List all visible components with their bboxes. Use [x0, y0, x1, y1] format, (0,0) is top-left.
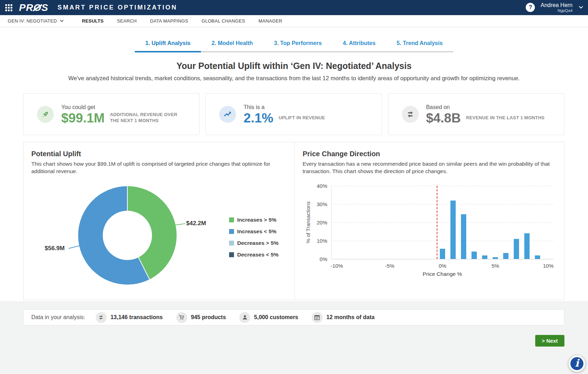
- price-change-bar-chart: -10%-5%0%5%10%0%10%20%30%40%: [331, 186, 554, 259]
- gridline: [331, 204, 554, 204]
- tab-attributes[interactable]: 4. Attributes: [332, 38, 386, 51]
- swap-arrows-icon: [96, 312, 107, 323]
- nav-item-manager[interactable]: MANAGER: [258, 18, 282, 24]
- donut-legend: Increases > 5% Increases < 5% Decreases …: [229, 217, 279, 258]
- nav-item-search[interactable]: SEARCH: [117, 18, 137, 24]
- y-tick-label: 30%: [317, 201, 327, 207]
- y-tick-label: 10%: [317, 238, 327, 244]
- uplift-donut-chart: [78, 186, 177, 285]
- donut-seam: [127, 186, 128, 235]
- app-header: PROS SMART PRICE OPTIMIZATION ? Andrea H…: [0, 0, 588, 15]
- gridline: [331, 241, 554, 241]
- tab-model-health[interactable]: 2. Model Health: [201, 38, 263, 51]
- legend-item: Decreases < 5%: [229, 252, 279, 258]
- legend-swatch: [229, 241, 234, 246]
- secondary-nav: GEN IV: NEGOTIATED RESULTS SEARCH DATA M…: [0, 15, 588, 27]
- user-id: NgpQa4: [540, 8, 573, 13]
- stat-products: 945 products: [176, 312, 226, 323]
- grid-icon: [5, 4, 13, 12]
- x-tick-label: 10%: [543, 263, 554, 269]
- donut-slice-value: $42.2M: [186, 220, 206, 227]
- card-additional-revenue: You could get $99.1M ADDITIONAL REVENUE …: [23, 93, 200, 135]
- card-caption: UPLIFT IN REVENUE: [279, 115, 325, 121]
- bar: [440, 249, 445, 259]
- tab-top-performers[interactable]: 3. Top Performers: [264, 38, 333, 51]
- gridline: [331, 222, 554, 223]
- info-button[interactable]: i: [569, 355, 585, 372]
- donut-label-line: [68, 245, 80, 249]
- card-caption: REVENUE IN THE LAST 1 MONTHS: [466, 115, 544, 121]
- trend-up-icon: [219, 106, 236, 123]
- charts-panel: Potential Uplift This chart shows how yo…: [23, 142, 564, 300]
- stat-transactions: 13,146 transactions: [96, 312, 163, 323]
- help-button[interactable]: ?: [526, 3, 535, 12]
- card-label: You could get: [61, 104, 180, 110]
- y-tick-label: 0%: [320, 256, 327, 262]
- bar: [493, 257, 498, 259]
- x-tick-label: 5%: [492, 263, 499, 269]
- stat-text: 13,146 transactions: [110, 314, 163, 321]
- context-selector-label: GEN IV: NEGOTIATED: [8, 18, 57, 24]
- potential-uplift-title: Potential Uplift: [31, 150, 81, 158]
- app-grid-icon[interactable]: [4, 2, 14, 13]
- donut-slice-value: $56.9M: [45, 245, 65, 252]
- x-tick-label: 0%: [439, 263, 447, 269]
- footer-region: Data in your analysis: 13,146 transactio…: [0, 301, 588, 374]
- price-change-direction-section: Price Change Direction Every transaction…: [295, 142, 564, 300]
- bar: [482, 255, 487, 259]
- smart-price-optimization-app: PROS SMART PRICE OPTIMIZATION ? Andrea H…: [0, 0, 588, 374]
- nav-item-results[interactable]: RESULTS: [82, 18, 104, 24]
- app-title: SMART PRICE OPTIMIZATION: [57, 4, 177, 11]
- gridline: [331, 186, 554, 186]
- card-value: $4.8B: [426, 112, 461, 125]
- person-icon: [239, 312, 250, 323]
- potential-uplift-description: This chart shows how your $99.1M of upli…: [31, 160, 276, 175]
- y-tick-label: 20%: [317, 220, 327, 226]
- page-title: Your Potential Uplift within ‘Gen IV: Ne…: [0, 61, 588, 71]
- bar: [450, 201, 456, 259]
- nav-item-global-changes[interactable]: GLOBAL CHANGES: [202, 18, 245, 24]
- data-bar-label: Data in your analysis:: [31, 314, 85, 321]
- card-label: This is a: [244, 104, 325, 110]
- card-uplift-percent: This is a 2.1% UPLIFT IN REVENUE: [206, 93, 382, 135]
- x-axis-title: Price Change %: [331, 271, 554, 277]
- legend-label: Increases > 5%: [237, 217, 277, 223]
- legend-label: Increases < 5%: [237, 228, 277, 235]
- x-tick-label: -10%: [331, 263, 343, 269]
- legend-label: Decreases > 5%: [237, 240, 279, 246]
- context-selector[interactable]: GEN IV: NEGOTIATED: [8, 18, 64, 24]
- next-button[interactable]: > Next: [535, 335, 564, 347]
- card-caption: ADDITIONAL REVENUE OVER THE NEXT 1 MONTH…: [110, 112, 180, 124]
- legend-swatch: [229, 217, 234, 222]
- card-label: Based on: [426, 104, 545, 110]
- tab-trend-analysis[interactable]: 5. Trend Analysis: [386, 38, 453, 51]
- stat-customers: 5,000 customers: [239, 312, 298, 323]
- card-value: $99.1M: [61, 112, 105, 125]
- price-change-title: Price Change Direction: [303, 150, 380, 158]
- calendar-icon: [312, 312, 323, 323]
- pros-logo: PROS: [19, 2, 48, 13]
- y-axis-title: % of Transactions: [305, 201, 311, 243]
- nav-items: RESULTS SEARCH DATA MAPPINGS GLOBAL CHAN…: [82, 18, 282, 24]
- bar: [514, 239, 519, 259]
- price-change-description: Every transaction has a new recommended …: [303, 160, 557, 175]
- stat-text: 5,000 customers: [254, 314, 298, 321]
- data-stats: 13,146 transactions 945 products: [96, 312, 374, 323]
- bar: [535, 255, 540, 259]
- user-menu[interactable]: Andrea Hern NgpQa4: [540, 2, 573, 13]
- question-mark-icon: ?: [529, 4, 532, 11]
- stat-text: 945 products: [191, 314, 226, 321]
- legend-swatch: [229, 252, 234, 257]
- tab-uplift-analysis[interactable]: 1. Uplift Analysis: [135, 38, 201, 51]
- swap-arrows-icon: [402, 106, 419, 123]
- y-tick-label: 40%: [317, 183, 327, 189]
- card-base-revenue: Based on $4.8B REVENUE IN THE LAST 1 MON…: [388, 93, 564, 135]
- summary-cards: You could get $99.1M ADDITIONAL REVENUE …: [23, 93, 564, 135]
- page-subtitle: We've analyzed historical trends, market…: [0, 75, 588, 82]
- nav-item-data-mappings[interactable]: DATA MAPPINGS: [150, 18, 188, 24]
- cart-icon: [176, 312, 187, 323]
- bar: [472, 252, 477, 259]
- chevron-down-icon[interactable]: [579, 6, 583, 9]
- bar: [503, 253, 508, 259]
- card-value: 2.1%: [244, 112, 273, 125]
